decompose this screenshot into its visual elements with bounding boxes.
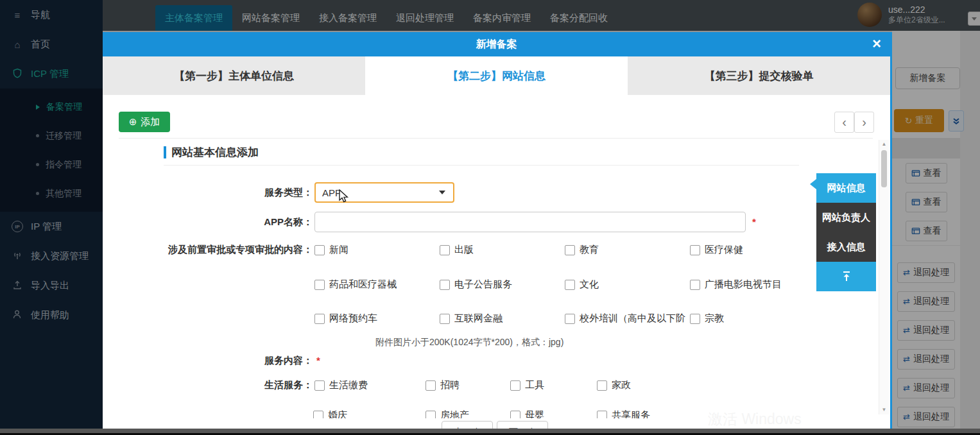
chevron-down-icon — [439, 191, 445, 194]
preapproval-option[interactable]: 校外培训（高中及以下阶 — [565, 312, 685, 325]
attachment-note: 附件图片小于200K(1024字节*200)，格式：jpg) — [375, 337, 563, 348]
step-tab-1-subject-info[interactable]: 【第一步】主体单位信息 — [103, 56, 365, 95]
checkbox-label: 教育 — [580, 244, 599, 256]
preapproval-option[interactable]: 网络预约车 — [314, 312, 377, 325]
app-name-label: APP名称： — [178, 216, 313, 228]
add-button[interactable]: ⊕ 添加 — [119, 112, 170, 132]
scroll-down-icon[interactable]: ▼ — [882, 405, 887, 414]
checkbox-label: 工具 — [525, 379, 544, 391]
app-name-input[interactable] — [314, 212, 746, 232]
preapproval-option[interactable]: 新闻 — [314, 244, 348, 256]
anchor-tab-label: 接入信息 — [827, 241, 866, 253]
add-label: 添加 — [141, 116, 160, 128]
checkbox-icon[interactable] — [565, 280, 575, 290]
preapproval-option[interactable]: 电子公告服务 — [440, 278, 512, 291]
checkbox-label: 药品和医疗器械 — [329, 278, 397, 291]
checkbox-icon[interactable] — [510, 380, 520, 391]
divider — [119, 138, 873, 139]
checkbox-icon[interactable] — [314, 280, 325, 290]
mouse-cursor — [338, 189, 351, 206]
life-service-label: 生活服务： — [178, 379, 313, 391]
preapproval-option[interactable]: 出版 — [440, 244, 474, 256]
checkbox-label: 招聘 — [440, 379, 460, 391]
checkbox-label: 生活缴费 — [329, 379, 368, 391]
life-service-option[interactable]: 家政 — [597, 379, 631, 391]
preapproval-label: 涉及前置审批或专项审批的内容： — [128, 244, 313, 256]
back-to-top-button[interactable] — [816, 262, 876, 291]
service-type-label: 服务类型： — [178, 187, 313, 199]
pointer-left-icon — [810, 179, 816, 189]
life-service-option[interactable]: 共享服务 — [597, 409, 650, 418]
step-tab-3-submit-checklist[interactable]: 【第三步】提交核验单 — [628, 56, 890, 95]
checkbox-icon[interactable] — [565, 314, 575, 324]
close-icon[interactable]: × — [872, 35, 881, 53]
checkbox-icon[interactable] — [314, 380, 325, 391]
divider — [164, 165, 799, 166]
checkbox-label: 互联网金融 — [454, 312, 503, 325]
life-service-option[interactable]: 母婴 — [510, 409, 544, 418]
windows-activation-watermark: 激活 Windows — [708, 409, 802, 429]
checkbox-icon[interactable] — [690, 245, 700, 255]
next-page-button[interactable]: › — [854, 112, 874, 133]
preapproval-option[interactable]: 文化 — [565, 278, 599, 291]
life-service-option[interactable]: 工具 — [510, 379, 544, 391]
preapproval-option[interactable]: 互联网金融 — [440, 312, 503, 325]
anchor-tab-website-info[interactable]: 网站信息 — [816, 173, 876, 203]
checkbox-icon[interactable] — [313, 411, 323, 419]
checkbox-label: 校外培训（高中及以下阶 — [580, 312, 685, 325]
checkbox-icon[interactable] — [314, 245, 325, 255]
checkbox-icon[interactable] — [510, 411, 520, 419]
plus-circle-icon: ⊕ — [129, 116, 137, 128]
required-mark: * — [316, 355, 320, 366]
section-title: 网站基本信息添加 — [164, 145, 259, 160]
checkbox-label: 新闻 — [329, 244, 348, 256]
prev-page-button[interactable]: ‹ — [834, 112, 854, 133]
checkbox-icon[interactable] — [597, 380, 607, 391]
required-mark: * — [752, 216, 756, 227]
checkbox-icon[interactable] — [440, 245, 450, 255]
scroll-up-icon[interactable]: ▲ — [882, 140, 887, 149]
modal-header: 新增备案 × — [103, 32, 890, 56]
life-service-option[interactable]: 生活缴费 — [314, 379, 368, 391]
checkbox-label: 电子公告服务 — [454, 278, 512, 291]
checkbox-label: 共享服务 — [612, 409, 650, 418]
service-content-label: 服务内容： — [178, 355, 313, 367]
anchor-tab-access-info[interactable]: 接入信息 — [816, 232, 876, 262]
checkbox-label: 婚庆 — [328, 409, 347, 418]
screen: ≡ 导航 ⌂ 首页 ICP 管理 备案管理 迁移管理 — [0, 0, 980, 435]
new-filing-modal: 新增备案 × 【第一步】主体单位信息 【第二步】网站信息 【第三步】提交核验单 … — [103, 32, 892, 435]
checkbox-icon[interactable] — [690, 314, 700, 324]
checkbox-label: 广播电影电视节目 — [705, 278, 782, 291]
preapproval-option[interactable]: 医疗保健 — [690, 244, 743, 256]
step-tabs: 【第一步】主体单位信息 【第二步】网站信息 【第三步】提交核验单 — [103, 56, 890, 95]
checkbox-icon[interactable] — [565, 245, 575, 255]
bottom-bar — [0, 429, 980, 433]
modal-scrollbar[interactable]: ▲ ▼ — [879, 140, 889, 414]
life-service-option[interactable]: 房地产 — [426, 409, 469, 418]
checkbox-icon[interactable] — [690, 280, 700, 290]
checkbox-icon[interactable] — [426, 380, 436, 391]
anchor-tab-website-contact[interactable]: 网站负责人 — [816, 203, 876, 232]
section-title-text: 网站基本信息添加 — [171, 145, 259, 160]
preapproval-option[interactable]: 药品和医疗器械 — [314, 278, 397, 291]
preapproval-option[interactable]: 广播电影电视节目 — [690, 278, 782, 291]
checkbox-label: 网络预约车 — [329, 312, 377, 325]
accent-bar — [164, 146, 166, 158]
life-service-option[interactable]: 婚庆 — [313, 409, 347, 418]
checkbox-label: 房地产 — [440, 409, 469, 418]
service-type-select[interactable]: APP — [314, 182, 454, 203]
step-tab-2-website-info[interactable]: 【第二步】网站信息 — [365, 56, 628, 95]
checkbox-icon[interactable] — [440, 280, 450, 290]
preapproval-option[interactable]: 教育 — [565, 244, 599, 256]
anchor-tab-label: 网站信息 — [827, 182, 866, 194]
checkbox-label: 医疗保健 — [705, 244, 743, 256]
checkbox-icon[interactable] — [597, 411, 607, 419]
checkbox-label: 文化 — [580, 278, 599, 291]
checkbox-icon[interactable] — [440, 314, 450, 324]
anchor-tab-label: 网站负责人 — [822, 212, 870, 224]
scrollbar-thumb[interactable] — [881, 150, 887, 187]
preapproval-option[interactable]: 宗教 — [690, 312, 724, 325]
checkbox-icon[interactable] — [314, 314, 325, 324]
checkbox-icon[interactable] — [426, 411, 436, 419]
life-service-option[interactable]: 招聘 — [426, 379, 460, 391]
